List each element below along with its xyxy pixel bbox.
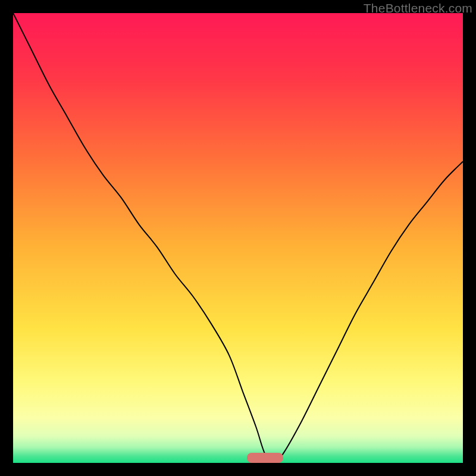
bottleneck-curve [13,13,463,463]
curve-path [13,13,463,463]
watermark-text: TheBottleneck.com [364,1,472,15]
optimum-marker [247,453,283,463]
chart-frame: TheBottleneck.com [0,0,476,476]
